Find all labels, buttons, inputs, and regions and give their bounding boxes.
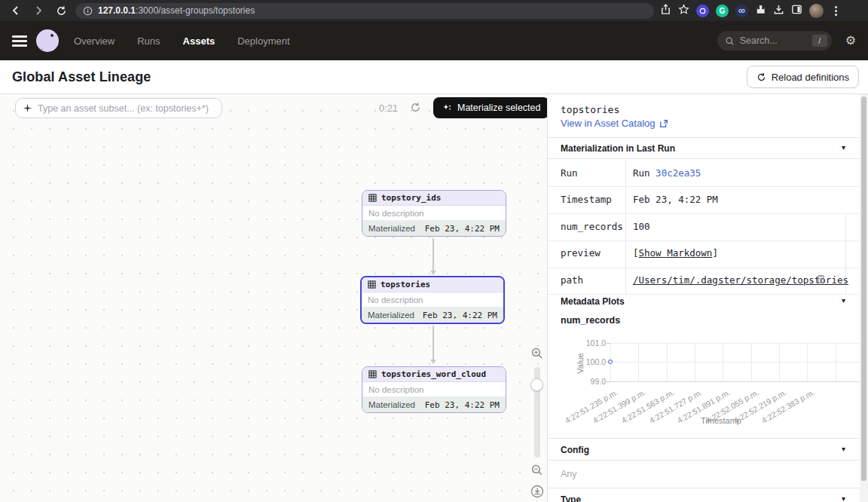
zoom-in-icon[interactable] [530,347,543,363]
materialized-timestamp: Feb 23, 4:22 PM [423,311,497,320]
asset-node-footer: Materialized Feb 23, 4:22 PM [362,397,506,412]
nav-links: Overview Runs Assets Deployment [74,35,290,47]
divider [548,460,860,461]
section-materialization-header[interactable]: Materialization in Last Run [561,143,675,154]
panel-scrollbar-thumb[interactable] [861,96,866,481]
section-metadata-plots-header[interactable]: Metadata Plots [561,296,625,307]
profile-avatar[interactable] [809,4,824,18]
view-in-asset-catalog-link[interactable]: View in Asset Catalog [561,118,668,129]
chevron-down-icon[interactable]: ▾ [842,143,845,152]
url-text: 127.0.0.1:3000/asset-groups/topstories [98,5,255,16]
asset-node-name: topstories_word_cloud [381,369,486,379]
downloads-icon[interactable] [773,4,784,18]
row-divider [547,240,859,241]
side-panel-icon[interactable] [791,4,802,18]
row-value-timestamp: Feb 23, 4:22 PM [633,194,718,205]
gridline-h [610,343,863,344]
asset-node-name: topstories [381,280,430,289]
share-icon[interactable] [660,4,671,18]
asset-node-description: No description [362,206,506,221]
asset-node-footer: Materialized Feb 23, 4:22 PM [362,308,503,323]
y-tick-101: 101.0 [580,338,606,347]
chevron-down-icon[interactable]: ▾ [842,296,845,305]
extensions-puzzle-icon[interactable] [755,4,766,18]
data-point-100[interactable] [608,360,613,364]
settings-gear-icon[interactable]: ⚙ [845,35,856,47]
x-axis-line [610,381,863,382]
site-info-icon[interactable] [83,6,93,16]
section-type-header[interactable]: Type [561,494,581,502]
copy-clipboard-icon[interactable] [816,274,826,287]
asset-filter-input-wrap [15,98,222,118]
browser-back-icon[interactable] [5,2,27,20]
gridline-h [610,362,863,363]
nav-item-assets[interactable]: Assets [183,35,215,47]
materialized-status: Materialized [368,400,415,409]
nav-search-input[interactable]: Search... / [717,31,832,51]
search-shortcut-badge: / [812,35,827,47]
edge-topstory-ids-topstories [432,238,434,271]
row-value-num-records: 100 [633,221,650,232]
refresh-icon [756,72,766,82]
asset-node-header: topstory_ids [362,191,506,206]
y-tick-99: 99.0 [580,377,606,386]
nav-item-overview[interactable]: Overview [74,35,115,47]
materialized-timestamp: Feb 23, 4:22 PM [425,224,500,234]
browser-extensions: G [660,4,842,18]
row-label-run: Run [561,167,578,179]
run-id-link[interactable]: 30c2ea35 [656,167,701,179]
materialized-status: Materialized [368,224,415,233]
row-value-preview: [Show Markdown] [633,247,718,259]
zoom-slider-thumb[interactable] [530,378,543,391]
asset-node-topstories[interactable]: topstories No description Materialized F… [360,276,505,324]
gridline-v [667,343,668,381]
search-placeholder: Search... [740,35,807,46]
asset-node-topstory-ids[interactable]: topstory_ids No description Materialized… [362,190,506,237]
asset-node-description: No description [362,382,506,397]
browser-menu-icon[interactable] [830,6,842,16]
dagster-nav: Overview Runs Assets Deployment Search..… [0,21,868,60]
dagster-logo[interactable] [36,29,59,52]
asset-node-footer: Materialized Feb 23, 4:22 PM [362,221,506,236]
materialized-timestamp: Feb 23, 4:22 PM [425,400,500,410]
extension-owl-icon[interactable] [735,5,748,17]
divider [548,488,860,488]
asset-node-topstories-word-cloud[interactable]: topstories_word_cloud No description Mat… [362,366,506,413]
divider [548,158,860,159]
browser-forward-icon[interactable] [27,2,50,20]
section-config-header[interactable]: Config [561,445,589,455]
bookmark-star-icon[interactable] [678,4,689,18]
browser-toolbar: 127.0.0.1:3000/asset-groups/topstories G [0,0,868,21]
edge-arrowhead [430,360,436,364]
extension-1password-icon[interactable] [696,5,709,17]
browser-reload-icon[interactable] [50,2,72,20]
chevron-down-icon[interactable]: ▾ [842,445,845,453]
gridline-v [638,343,639,381]
address-bar[interactable]: 127.0.0.1:3000/asset-groups/topstories [75,3,654,19]
asset-filter-input[interactable] [38,103,215,114]
graph-refresh-icon[interactable] [410,102,421,116]
nav-item-runs[interactable]: Runs [137,35,160,47]
search-icon [725,36,735,46]
chevron-down-icon[interactable]: ▾ [842,494,845,502]
nav-menu-icon[interactable] [12,35,27,47]
materialize-selected-button[interactable]: Materialize selected [433,97,549,118]
row-label-path: path [561,274,583,286]
gridline-v [751,343,752,381]
gridline-v [836,343,836,381]
extension-grammarly-icon[interactable]: G [716,5,729,17]
divider [548,137,860,138]
materialized-status: Materialized [368,311,414,320]
asset-node-header: topstories_word_cloud [362,367,506,382]
zoom-out-icon[interactable] [530,464,543,479]
row-divider [547,213,859,214]
nav-item-deployment[interactable]: Deployment [237,35,289,47]
show-markdown-link[interactable]: Show Markdown [639,247,713,259]
gridline-v [695,343,695,381]
page-title: Global Asset Lineage [12,69,151,85]
gridline-v [779,343,780,381]
app-window: 127.0.0.1:3000/asset-groups/topstories G… [0,0,868,502]
panel-asset-title: topstories [561,104,619,115]
recenter-icon[interactable] [530,485,544,501]
reload-definitions-button[interactable]: Reload definitions [747,66,859,88]
